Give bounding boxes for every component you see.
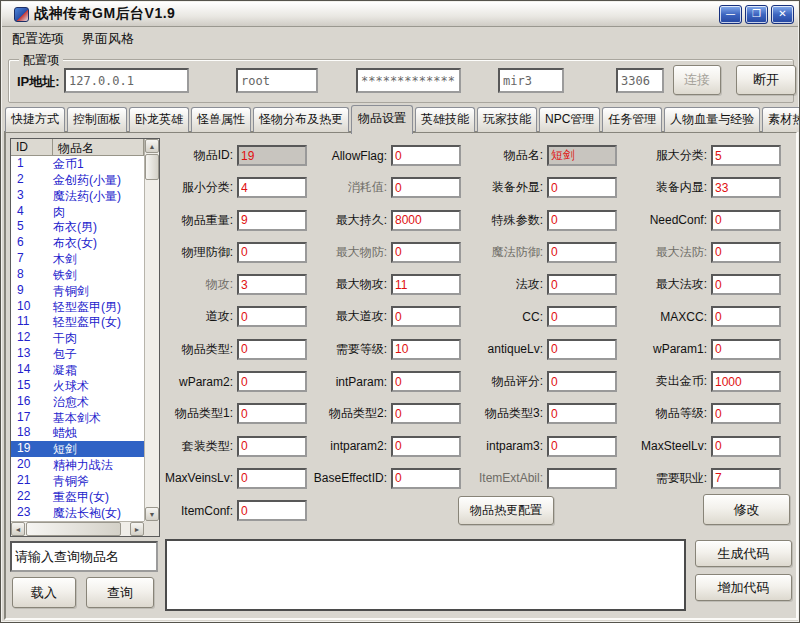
scroll-right-icon[interactable]: ► <box>130 522 144 536</box>
generate-code-button[interactable]: 生成代码 <box>695 540 792 567</box>
list-item[interactable]: 6布衣(女) <box>11 235 144 251</box>
field-input-r8c3[interactable] <box>547 371 617 392</box>
column-header-name[interactable]: 物品名 <box>53 139 144 156</box>
tab-bar: 快捷方式控制面板卧龙英雄怪兽属性怪物分布及热更物品设置英雄技能玩家技能NPC管理… <box>5 108 800 132</box>
code-output-textarea[interactable] <box>165 539 686 611</box>
ip-input[interactable] <box>64 68 189 93</box>
field-label-r3c1: 物品重量: <box>137 212 237 229</box>
list-item[interactable]: 11轻型盔甲(女) <box>11 314 144 330</box>
field-input-r10c4[interactable] <box>711 436 781 457</box>
field-input-r5c3[interactable] <box>547 274 617 295</box>
item-id: 15 <box>11 378 53 394</box>
username-input[interactable] <box>236 68 318 93</box>
horizontal-scroll-thumb[interactable] <box>26 522 121 536</box>
tab-11[interactable]: 人物血量与经验 <box>664 107 760 132</box>
list-item[interactable]: 14凝霜 <box>11 362 144 378</box>
list-item[interactable]: 7木剑 <box>11 251 144 267</box>
item-list-header: ID 物品名 <box>11 139 144 156</box>
field-input-r1c3[interactable] <box>547 145 617 166</box>
field-input-r3c4[interactable] <box>711 210 781 231</box>
menu-item-config-options[interactable]: 配置选项 <box>3 28 73 50</box>
item-name: 治愈术 <box>53 394 144 410</box>
list-item[interactable]: 21青铜斧 <box>11 473 144 489</box>
tab-6[interactable]: 物品设置 <box>351 105 413 134</box>
tab-10[interactable]: 任务管理 <box>602 107 662 132</box>
field-input-r2c3[interactable] <box>547 177 617 198</box>
list-item[interactable]: 2金创药(小量) <box>11 172 144 188</box>
minimize-button[interactable]: — <box>719 5 742 24</box>
list-item[interactable]: 3魔法药(小量) <box>11 188 144 204</box>
list-item[interactable]: 19短剑 <box>11 441 144 457</box>
scroll-left-icon[interactable]: ◄ <box>11 522 25 536</box>
field-label-r9c1: 物品类型1: <box>137 405 237 422</box>
item-name: 布衣(女) <box>53 235 144 251</box>
field-input-r9c4[interactable] <box>711 403 781 424</box>
tab-12[interactable]: 素材热更 <box>762 107 800 132</box>
list-item[interactable]: 18蜡烛 <box>11 425 144 441</box>
list-item[interactable]: 15火球术 <box>11 378 144 394</box>
field-input-r9c3[interactable] <box>547 403 617 424</box>
item-id: 23 <box>11 505 53 521</box>
list-item[interactable]: 17基本剑术 <box>11 410 144 426</box>
list-item[interactable]: 10轻型盔甲(男) <box>11 299 144 315</box>
tab-9[interactable]: NPC管理 <box>539 107 600 132</box>
item-hot-update-config-button[interactable]: 物品热更配置 <box>458 496 554 525</box>
field-input-r6c4[interactable] <box>711 306 781 327</box>
field-input-r10c3[interactable] <box>547 436 617 457</box>
field-input-r6c3[interactable] <box>547 306 617 327</box>
port-input[interactable] <box>616 68 664 93</box>
connect-button[interactable]: 连接 <box>673 65 721 95</box>
field-label-r6c3: CC: <box>447 310 547 324</box>
restore-button[interactable]: ❐ <box>745 5 768 24</box>
field-input-r7c3[interactable] <box>547 339 617 360</box>
field-input-r2c4[interactable] <box>711 177 781 198</box>
field-input-r3c3[interactable] <box>547 210 617 231</box>
list-item[interactable]: 5布衣(男) <box>11 219 144 235</box>
horizontal-scrollbar[interactable]: ◄ ► <box>11 521 144 536</box>
list-item[interactable]: 9青铜剑 <box>11 283 144 299</box>
field-label-r1c4: 服大分类: <box>611 147 711 164</box>
add-code-button[interactable]: 增加代码 <box>695 574 792 601</box>
modify-button[interactable]: 修改 <box>703 494 790 525</box>
ip-label: IP地址: <box>17 73 60 91</box>
field-input-r11c4[interactable] <box>711 468 781 489</box>
list-item[interactable]: 23魔法长袍(女) <box>11 505 144 521</box>
list-item[interactable]: 16治愈术 <box>11 394 144 410</box>
list-item[interactable]: 12干肉 <box>11 330 144 346</box>
field-input-r5c4[interactable] <box>711 274 781 295</box>
field-label-r11c2: BaseEffectID: <box>291 471 391 485</box>
list-item[interactable]: 8铁剑 <box>11 267 144 283</box>
tab-3[interactable]: 卧龙英雄 <box>129 107 189 132</box>
field-label-r1c2: AllowFlag: <box>291 149 391 163</box>
list-item[interactable]: 4肉 <box>11 204 144 220</box>
field-input-r11c3[interactable] <box>547 468 617 489</box>
query-button[interactable]: 查询 <box>86 577 154 608</box>
close-button[interactable]: ✕ <box>771 5 794 24</box>
menu-item-ui-style[interactable]: 界面风格 <box>73 28 143 50</box>
field-input-r4c3[interactable] <box>547 242 617 263</box>
password-input[interactable] <box>356 68 461 93</box>
column-header-id[interactable]: ID <box>11 139 53 156</box>
tab-5[interactable]: 怪物分布及热更 <box>253 107 349 132</box>
item-list-body: 1金币12金创药(小量)3魔法药(小量)4肉5布衣(男)6布衣(女)7木剑8铁剑… <box>11 156 144 521</box>
title-bar: 战神传奇GM后台V1.9 — ❐ ✕ <box>2 2 798 27</box>
field-input-r8c4[interactable] <box>711 371 781 392</box>
field-input-r12c1[interactable] <box>237 500 307 521</box>
list-item[interactable]: 22重盔甲(女) <box>11 489 144 505</box>
list-item[interactable]: 20精神力战法 <box>11 457 144 473</box>
tab-7[interactable]: 英雄技能 <box>415 107 475 132</box>
database-input[interactable] <box>498 68 564 93</box>
search-input[interactable] <box>10 541 158 572</box>
tab-8[interactable]: 玩家技能 <box>477 107 537 132</box>
tab-4[interactable]: 怪兽属性 <box>191 107 251 132</box>
disconnect-button[interactable]: 断开 <box>736 65 796 95</box>
field-input-r1c4[interactable] <box>711 145 781 166</box>
tab-2[interactable]: 控制面板 <box>67 107 127 132</box>
field-label-r4c3: 魔法防御: <box>447 244 547 261</box>
list-item[interactable]: 13包子 <box>11 346 144 362</box>
field-input-r4c4[interactable] <box>711 242 781 263</box>
load-button[interactable]: 载入 <box>12 577 76 608</box>
field-input-r7c4[interactable] <box>711 339 781 360</box>
list-item[interactable]: 1金币1 <box>11 156 144 172</box>
tab-1[interactable]: 快捷方式 <box>5 107 65 132</box>
